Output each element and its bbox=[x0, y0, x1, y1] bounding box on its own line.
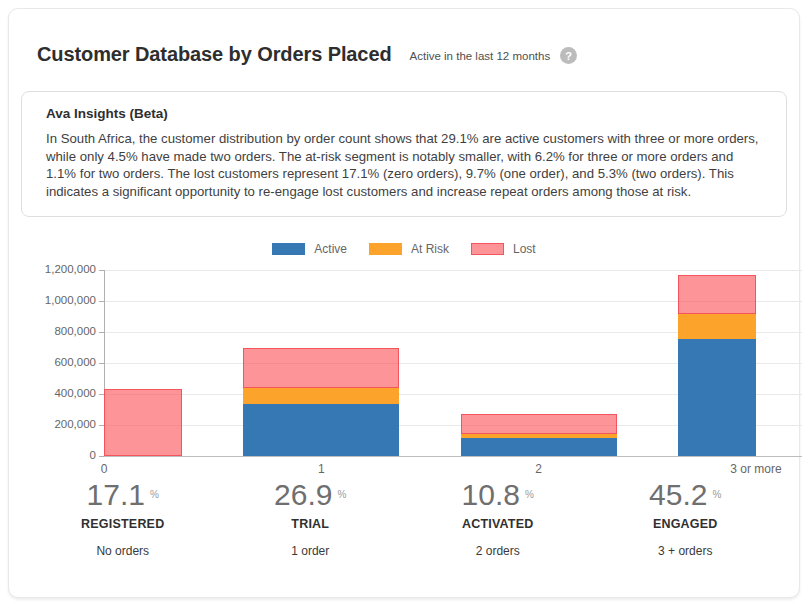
stat-sublabel: 3 + orders bbox=[592, 544, 780, 558]
x-tick-label: 1 bbox=[261, 462, 381, 476]
stat-label: ENGAGED bbox=[592, 517, 780, 531]
bar-segment-at-risk-cat-3-or-more[interactable] bbox=[678, 314, 756, 339]
legend-swatch-icon bbox=[471, 243, 504, 255]
bar-segment-lost-cat-0[interactable] bbox=[104, 389, 182, 457]
legend-item-at-risk[interactable]: At Risk bbox=[369, 242, 449, 256]
stat-sublabel: No orders bbox=[29, 544, 217, 558]
funnel-stats-row: 17.1%REGISTEREDNo orders26.9%TRIAL1 orde… bbox=[29, 478, 779, 558]
stat-unit: % bbox=[150, 489, 159, 500]
stat-value: 10.8% bbox=[404, 478, 592, 512]
orders-stacked-bar-chart: ActiveAt RiskLost 0200,000400,000600,000… bbox=[9, 241, 799, 456]
x-tick-label: 2 bbox=[479, 462, 599, 476]
stat-unit: % bbox=[337, 489, 346, 500]
legend-item-lost[interactable]: Lost bbox=[471, 242, 536, 256]
y-gridline bbox=[104, 270, 802, 271]
chart-legend: ActiveAt RiskLost bbox=[9, 241, 799, 257]
bar-segment-active-cat-2[interactable] bbox=[461, 438, 617, 457]
help-icon[interactable]: ? bbox=[560, 47, 577, 64]
insights-title: Ava Insights (Beta) bbox=[46, 106, 766, 121]
y-tick-label: 0 bbox=[8, 449, 96, 461]
bar-segment-active-cat-3-or-more[interactable] bbox=[678, 339, 756, 456]
bar-segment-lost-cat-2[interactable] bbox=[461, 414, 617, 434]
y-tick-label: 1,000,000 bbox=[8, 294, 96, 306]
stat-value: 45.2% bbox=[592, 478, 780, 512]
card-header: Customer Database by Orders Placed Activ… bbox=[9, 9, 799, 66]
stat-label: ACTIVATED bbox=[404, 517, 592, 531]
legend-item-active[interactable]: Active bbox=[272, 242, 347, 256]
stat-engaged: 45.2%ENGAGED3 + orders bbox=[592, 478, 780, 558]
bar-segment-at-risk-cat-2[interactable] bbox=[461, 434, 617, 438]
bar-segment-lost-cat-1[interactable] bbox=[243, 348, 399, 387]
stat-label: TRIAL bbox=[217, 517, 405, 531]
bar-segment-active-cat-1[interactable] bbox=[243, 404, 399, 457]
stat-unit: % bbox=[525, 489, 534, 500]
bar-segment-at-risk-cat-1[interactable] bbox=[243, 388, 399, 404]
stat-value: 26.9% bbox=[217, 478, 405, 512]
legend-swatch-icon bbox=[272, 243, 305, 255]
insights-body: In South Africa, the customer distributi… bbox=[46, 130, 766, 200]
stat-number: 10.8 bbox=[462, 478, 520, 511]
ava-insights-panel: Ava Insights (Beta) In South Africa, the… bbox=[21, 91, 787, 217]
stat-number: 17.1 bbox=[87, 478, 145, 511]
stat-unit: % bbox=[712, 489, 721, 500]
header-subtitle: Active in the last 12 months bbox=[410, 47, 551, 62]
legend-label: Active bbox=[314, 242, 347, 256]
x-axis-line bbox=[104, 456, 802, 457]
stat-sublabel: 1 order bbox=[217, 544, 405, 558]
stat-label: REGISTERED bbox=[29, 517, 217, 531]
stat-trial: 26.9%TRIAL1 order bbox=[217, 478, 405, 558]
y-tick-label: 1,200,000 bbox=[8, 263, 96, 275]
y-tick-label: 400,000 bbox=[8, 387, 96, 399]
y-tick-label: 800,000 bbox=[8, 325, 96, 337]
legend-label: At Risk bbox=[411, 242, 449, 256]
stat-number: 26.9 bbox=[274, 478, 332, 511]
stat-value: 17.1% bbox=[29, 478, 217, 512]
bar-segment-lost-cat-3-or-more[interactable] bbox=[678, 275, 756, 314]
customer-database-card: Customer Database by Orders Placed Activ… bbox=[8, 8, 800, 598]
page-title: Customer Database by Orders Placed bbox=[37, 43, 392, 66]
legend-swatch-icon bbox=[369, 243, 402, 255]
chart-plot-area: 0200,000400,000600,000800,0001,000,0001,… bbox=[104, 270, 802, 456]
stat-sublabel: 2 orders bbox=[404, 544, 592, 558]
x-tick-label: 0 bbox=[44, 462, 164, 476]
stat-activated: 10.8%ACTIVATED2 orders bbox=[404, 478, 592, 558]
stat-registered: 17.1%REGISTEREDNo orders bbox=[29, 478, 217, 558]
x-tick-label: 3 or more bbox=[696, 462, 808, 476]
stat-number: 45.2 bbox=[649, 478, 707, 511]
y-tick-label: 200,000 bbox=[8, 418, 96, 430]
y-tick-label: 600,000 bbox=[8, 356, 96, 368]
legend-label: Lost bbox=[513, 242, 536, 256]
